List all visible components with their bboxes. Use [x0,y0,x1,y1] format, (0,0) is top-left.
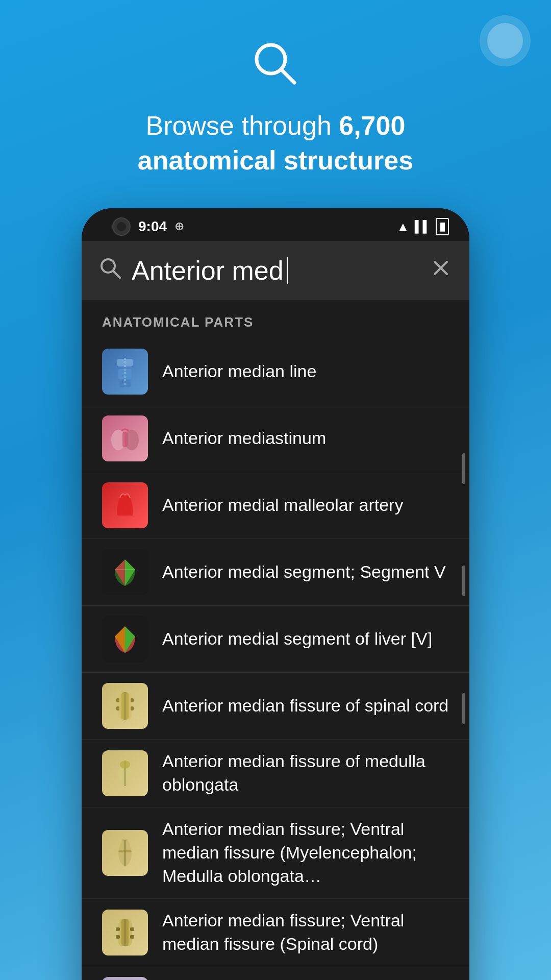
camera-icon [112,217,131,236]
result-label-4: Anterior medial segment; Segment V [162,560,446,584]
hero-section: Browse through 6,700 anatomical structur… [0,0,551,208]
result-label-8: Anterior median fissure; Ventral median … [162,818,449,888]
svg-rect-9 [119,380,124,387]
avatar-inner [487,23,523,59]
text-cursor [287,257,288,284]
result-icon-9 [102,910,148,955]
clear-button[interactable] [430,257,452,285]
results-list: ANATOMICAL PARTS Anterior median line [82,300,469,980]
wifi-icon: ▲ [396,219,410,235]
search-icon-hero [253,41,298,93]
result-label-3: Anterior medial malleolar artery [162,494,403,517]
result-label-9: Anterior median fissure; Ventral median … [162,909,449,956]
svg-rect-19 [116,706,119,710]
svg-rect-24 [118,850,132,852]
avatar [480,15,531,66]
result-label-7: Anterior median fissure of medulla oblon… [162,750,449,797]
svg-line-1 [282,70,294,83]
search-input-display[interactable]: Anterior med [132,255,419,286]
battery-icon: ▮ [436,218,449,235]
result-icon-10 [102,977,148,980]
result-label-10: Area for thymus and fatty tissue of ante… [162,976,449,980]
list-item[interactable]: Anterior median fissure; Ventral median … [82,807,469,899]
result-icon-1 [102,349,148,395]
list-item[interactable]: Anterior median fissure of spinal cord [82,673,469,740]
result-label-6: Anterior median fissure of spinal cord [162,694,448,718]
status-extra: ⊕ [174,220,184,233]
svg-rect-31 [130,935,134,939]
svg-line-3 [113,271,120,278]
result-icon-8 [102,830,148,876]
svg-rect-29 [130,927,134,931]
svg-rect-18 [131,698,134,702]
svg-rect-10 [126,380,131,387]
svg-rect-13 [122,432,128,447]
list-item[interactable]: Anterior median fissure; Ventral median … [82,899,469,967]
scroll-indicator-2 [462,566,465,596]
svg-rect-28 [116,927,120,931]
list-item[interactable]: Anterior mediastinum [82,405,469,472]
svg-point-22 [120,761,130,769]
search-bar[interactable]: Anterior med [82,241,469,300]
result-label-5: Anterior medial segment of liver [V] [162,627,432,651]
list-item[interactable]: Area for thymus and fatty tissue of ante… [82,966,469,980]
scroll-indicator-1 [462,453,465,484]
section-header: ANATOMICAL PARTS [82,300,469,338]
phone-body: 9:04 ⊕ ▲ ▌▌ ▮ Anterior med [82,208,469,980]
hero-text: Browse through 6,700 anatomical structur… [46,109,505,178]
scroll-indicator-3 [462,693,465,724]
svg-rect-20 [131,706,134,710]
list-item[interactable]: Anterior median fissure of medulla oblon… [82,740,469,807]
list-item[interactable]: Anterior median line [82,338,469,405]
result-label-1: Anterior median line [162,360,316,383]
status-right: ▲ ▌▌ ▮ [396,218,449,235]
result-icon-6 [102,683,148,729]
list-item[interactable]: Anterior medial segment; Segment V [82,539,469,606]
svg-rect-30 [116,935,120,939]
signal-icon: ▌▌ [415,220,431,233]
list-item[interactable]: Anterior medial malleolar artery [82,472,469,539]
status-time: 9:04 [138,218,167,235]
status-left: 9:04 ⊕ [112,217,184,236]
list-item[interactable]: Anterior medial segment of liver [V] [82,606,469,673]
result-icon-2 [102,415,148,461]
search-icon [99,257,121,284]
result-label-2: Anterior mediastinum [162,427,326,450]
status-bar: 9:04 ⊕ ▲ ▌▌ ▮ [82,208,469,241]
phone-mockup: 9:04 ⊕ ▲ ▌▌ ▮ Anterior med [82,208,469,980]
result-icon-4 [102,549,148,595]
search-query-text: Anterior med [132,255,284,286]
result-icon-3 [102,482,148,528]
svg-rect-17 [116,698,119,702]
result-icon-5 [102,616,148,662]
result-icon-7 [102,750,148,796]
